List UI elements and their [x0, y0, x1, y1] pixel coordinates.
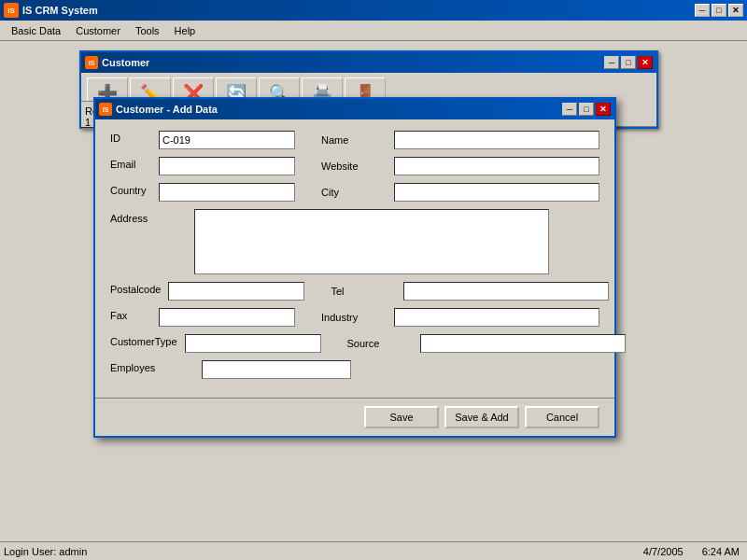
fax-field[interactable]: [159, 308, 295, 327]
login-status: Login User: admin: [4, 546, 643, 557]
website-label: Website: [321, 161, 387, 172]
tel-group: Tel: [331, 282, 609, 301]
customer-maximize-btn[interactable]: □: [621, 56, 636, 69]
form-row-email-website: Email Website: [110, 157, 599, 175]
industry-group: Industry: [321, 308, 599, 327]
app-window-controls: ─ □ ✕: [695, 4, 743, 17]
city-field[interactable]: [394, 183, 599, 202]
name-group: Name: [321, 131, 599, 149]
save-button[interactable]: Save: [364, 406, 439, 428]
form-row-address: Address: [110, 209, 599, 274]
customer-close-btn[interactable]: ✕: [638, 56, 653, 69]
app-titlebar: IS IS CRM System ─ □ ✕: [0, 0, 747, 21]
name-field[interactable]: [394, 131, 599, 149]
add-dialog-titlebar: IS Customer - Add Data ─ □ ✕: [95, 99, 614, 119]
employes-label: Employes: [110, 360, 194, 373]
add-dialog-maximize[interactable]: □: [579, 103, 594, 116]
add-dialog-controls: ─ □ ✕: [562, 103, 611, 116]
industry-label: Industry: [321, 312, 387, 323]
postalcode-label: Postalcode: [110, 282, 161, 295]
city-group: City: [321, 183, 599, 202]
status-date: 4/7/2005: [643, 546, 684, 557]
postalcode-field[interactable]: [168, 282, 304, 301]
customer-minimize-btn[interactable]: ─: [604, 56, 619, 69]
form-row-custtype-source: CustomerType Source: [110, 334, 599, 353]
save-add-button[interactable]: Save & Add: [444, 406, 519, 428]
add-dialog-title: Customer - Add Data: [116, 104, 562, 115]
customer-window-icon: IS: [85, 56, 98, 69]
add-data-dialog: IS Customer - Add Data ─ □ ✕ ID Name E: [93, 97, 616, 438]
name-label: Name: [321, 134, 387, 146]
source-field[interactable]: [420, 334, 626, 353]
employes-field[interactable]: [202, 360, 351, 379]
menu-customer[interactable]: Customer: [68, 23, 128, 38]
add-form: ID Name Email Website Country: [95, 119, 614, 398]
country-field[interactable]: [159, 183, 295, 202]
app-maximize-btn[interactable]: □: [712, 4, 726, 17]
website-field[interactable]: [394, 157, 599, 175]
address-label: Address: [110, 209, 194, 224]
add-dialog-minimize[interactable]: ─: [562, 103, 577, 116]
cancel-button[interactable]: Cancel: [525, 406, 599, 428]
customertype-label: CustomerType: [110, 334, 177, 347]
customer-window-title: Customer: [102, 57, 604, 68]
form-row-employes: Employes: [110, 360, 599, 379]
menubar: Basic Data Customer Tools Help: [0, 21, 747, 41]
app-close-btn[interactable]: ✕: [728, 4, 743, 17]
menu-tools[interactable]: Tools: [128, 23, 167, 38]
id-field[interactable]: [159, 131, 295, 149]
menu-basicdata[interactable]: Basic Data: [4, 23, 68, 38]
customer-window-controls: ─ □ ✕: [604, 56, 653, 69]
fax-label: Fax: [110, 308, 151, 321]
country-label: Country: [110, 183, 151, 196]
add-dialog-icon: IS: [99, 103, 112, 116]
email-label: Email: [110, 157, 151, 170]
menu-help[interactable]: Help: [167, 23, 204, 38]
source-group: Source: [347, 334, 626, 353]
website-group: Website: [321, 157, 599, 175]
address-field[interactable]: [194, 209, 549, 274]
customertype-field[interactable]: [185, 334, 321, 353]
id-label: ID: [110, 131, 151, 144]
main-area: IS Customer ─ □ ✕ ➕ Add ✏️ Modify ❌ Dele…: [0, 41, 747, 541]
dialog-buttons: Save Save & Add Cancel: [95, 398, 614, 436]
form-row-fax-industry: Fax Industry: [110, 308, 599, 327]
form-row-id-name: ID Name: [110, 131, 599, 149]
customer-window-titlebar: IS Customer ─ □ ✕: [81, 52, 656, 73]
app-minimize-btn[interactable]: ─: [695, 4, 710, 17]
app-icon: IS: [4, 3, 19, 18]
form-row-country-city: Country City: [110, 183, 599, 202]
industry-field[interactable]: [394, 308, 599, 327]
add-dialog-close[interactable]: ✕: [596, 103, 611, 116]
status-right: 4/7/2005 6:24 AM: [643, 546, 743, 557]
app-title: IS CRM System: [22, 5, 695, 16]
status-time: 6:24 AM: [702, 546, 740, 557]
tel-label: Tel: [331, 286, 396, 297]
form-row-postal-tel: Postalcode Tel: [110, 282, 599, 301]
source-label: Source: [347, 338, 413, 349]
tel-field[interactable]: [403, 282, 609, 301]
statusbar: Login User: admin 4/7/2005 6:24 AM: [0, 541, 747, 560]
city-label: City: [321, 187, 387, 198]
email-field[interactable]: [159, 157, 295, 175]
